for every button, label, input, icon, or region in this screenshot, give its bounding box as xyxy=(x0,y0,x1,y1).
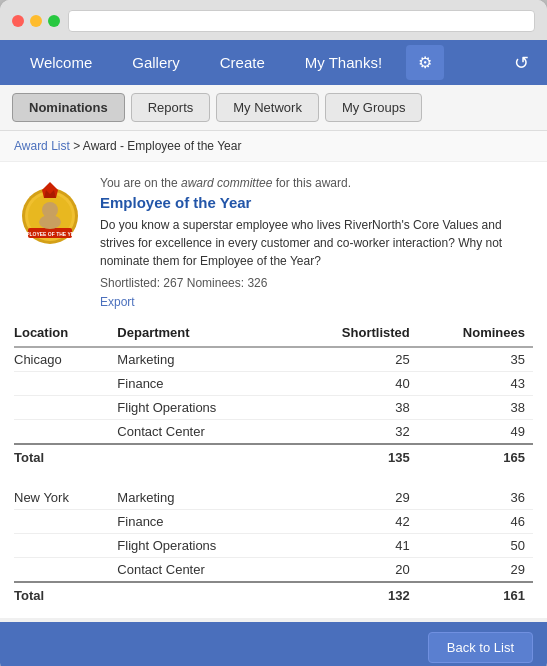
cell-shortlisted: 41 xyxy=(293,534,418,558)
col-header-department: Department xyxy=(117,319,293,347)
main-content: EMPLOYEE OF THE YEAR You are on the awar… xyxy=(0,162,547,618)
cell-location: New York xyxy=(14,486,117,510)
award-stats: Shortlisted: 267 Nominees: 326 xyxy=(100,276,533,290)
award-title: Employee of the Year xyxy=(100,194,533,211)
nav-gallery[interactable]: Gallery xyxy=(112,40,200,85)
cell-total-label: Total xyxy=(14,582,117,608)
cell-shortlisted: 42 xyxy=(293,510,418,534)
table-row: Finance 42 46 xyxy=(14,510,533,534)
award-description: Do you know a superstar employee who liv… xyxy=(100,216,533,270)
browser-window: Welcome Gallery Create My Thanks! ⚙ ↺ No… xyxy=(0,0,547,666)
table-row: Flight Operations 41 50 xyxy=(14,534,533,558)
table-header-row: Location Department Shortlisted Nominees xyxy=(14,319,533,347)
sub-nav: Nominations Reports My Network My Groups xyxy=(0,85,547,131)
table-row: Finance 40 43 xyxy=(14,372,533,396)
col-header-shortlisted: Shortlisted xyxy=(293,319,418,347)
sub-nav-reports[interactable]: Reports xyxy=(131,93,211,122)
cell-shortlisted: 20 xyxy=(293,558,418,583)
cell-shortlisted: 29 xyxy=(293,486,418,510)
cell-total-empty xyxy=(117,444,293,470)
cell-location xyxy=(14,396,117,420)
cell-total-empty xyxy=(117,582,293,608)
nominations-table: Location Department Shortlisted Nominees… xyxy=(14,319,533,608)
cell-department: Contact Center xyxy=(117,558,293,583)
cell-nominees: 50 xyxy=(418,534,533,558)
award-details: You are on the award committee for this … xyxy=(100,176,533,309)
cell-nominees: 43 xyxy=(418,372,533,396)
col-header-nominees: Nominees xyxy=(418,319,533,347)
sub-nav-my-network[interactable]: My Network xyxy=(216,93,319,122)
nav-create[interactable]: Create xyxy=(200,40,285,85)
cell-nominees: 46 xyxy=(418,510,533,534)
cell-department: Flight Operations xyxy=(117,534,293,558)
cell-location xyxy=(14,558,117,583)
col-header-location: Location xyxy=(14,319,117,347)
breadcrumb-current: Award - Employee of the Year xyxy=(83,139,242,153)
main-nav: Welcome Gallery Create My Thanks! ⚙ ↺ xyxy=(0,40,547,85)
settings-gear-button[interactable]: ⚙ xyxy=(406,45,444,80)
sub-nav-nominations[interactable]: Nominations xyxy=(12,93,125,122)
award-committee-text: You are on the award committee for this … xyxy=(100,176,533,190)
svg-text:EMPLOYEE OF THE YEAR: EMPLOYEE OF THE YEAR xyxy=(19,231,82,237)
cell-shortlisted: 38 xyxy=(293,396,418,420)
cell-location xyxy=(14,510,117,534)
cell-department: Finance xyxy=(117,372,293,396)
back-to-list-button[interactable]: Back to List xyxy=(428,632,533,663)
table-body: Chicago Marketing 25 35 Finance 40 43 Fl… xyxy=(14,347,533,608)
cell-department: Marketing xyxy=(117,486,293,510)
cell-location: Chicago xyxy=(14,347,117,372)
address-bar[interactable] xyxy=(68,10,535,32)
cell-nominees: 35 xyxy=(418,347,533,372)
table-total-row: Total 135 165 xyxy=(14,444,533,470)
cell-total-shortlisted: 135 xyxy=(293,444,418,470)
cell-department: Contact Center xyxy=(117,420,293,445)
cell-nominees: 49 xyxy=(418,420,533,445)
cell-total-label: Total xyxy=(14,444,117,470)
breadcrumb-separator: > xyxy=(73,139,83,153)
cell-department: Flight Operations xyxy=(117,396,293,420)
breadcrumb: Award List > Award - Employee of the Yea… xyxy=(0,131,547,162)
traffic-lights xyxy=(12,15,60,27)
cell-shortlisted: 32 xyxy=(293,420,418,445)
award-info-box: EMPLOYEE OF THE YEAR You are on the awar… xyxy=(0,162,547,319)
award-badge: EMPLOYEE OF THE YEAR xyxy=(14,176,86,248)
cell-nominees: 29 xyxy=(418,558,533,583)
svg-point-6 xyxy=(39,215,61,229)
sub-nav-my-groups[interactable]: My Groups xyxy=(325,93,423,122)
table-row: Flight Operations 38 38 xyxy=(14,396,533,420)
cell-shortlisted: 40 xyxy=(293,372,418,396)
cell-location xyxy=(14,372,117,396)
cell-location xyxy=(14,534,117,558)
table-row: New York Marketing 29 36 xyxy=(14,486,533,510)
page-footer: Back to List xyxy=(0,622,547,666)
export-link[interactable]: Export xyxy=(100,295,135,309)
cell-total-nominees: 161 xyxy=(418,582,533,608)
cell-department: Marketing xyxy=(117,347,293,372)
nav-my-thanks[interactable]: My Thanks! xyxy=(285,40,402,85)
refresh-button[interactable]: ↺ xyxy=(506,52,537,74)
cell-total-nominees: 165 xyxy=(418,444,533,470)
traffic-light-yellow[interactable] xyxy=(30,15,42,27)
table-row: Chicago Marketing 25 35 xyxy=(14,347,533,372)
cell-total-shortlisted: 132 xyxy=(293,582,418,608)
table-row: Contact Center 32 49 xyxy=(14,420,533,445)
table-row: Contact Center 20 29 xyxy=(14,558,533,583)
cell-department: Finance xyxy=(117,510,293,534)
traffic-light-green[interactable] xyxy=(48,15,60,27)
browser-chrome xyxy=(0,0,547,40)
traffic-light-red[interactable] xyxy=(12,15,24,27)
cell-nominees: 36 xyxy=(418,486,533,510)
cell-location xyxy=(14,420,117,445)
cell-nominees: 38 xyxy=(418,396,533,420)
nominations-table-container: Location Department Shortlisted Nominees… xyxy=(0,319,547,618)
nav-welcome[interactable]: Welcome xyxy=(10,40,112,85)
breadcrumb-parent[interactable]: Award List xyxy=(14,139,70,153)
table-total-row: Total 132 161 xyxy=(14,582,533,608)
table-section-gap xyxy=(14,470,533,486)
cell-shortlisted: 25 xyxy=(293,347,418,372)
